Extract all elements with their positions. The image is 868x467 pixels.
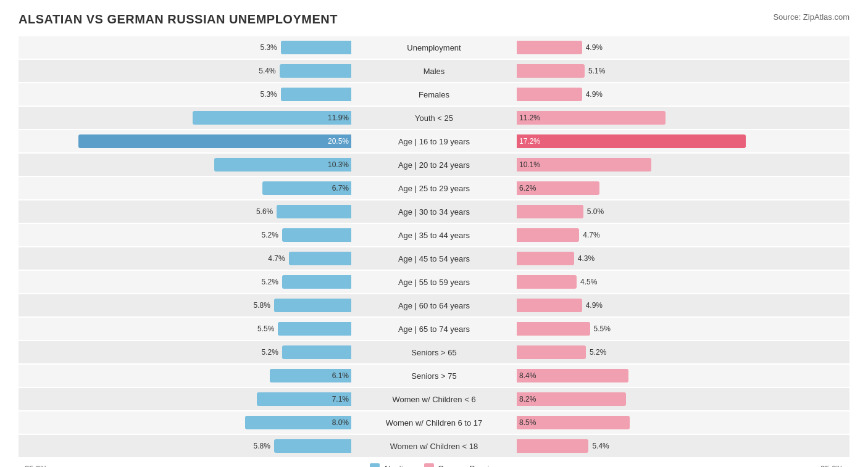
chart-title: ALSATIAN VS GERMAN RUSSIAN UNEMPLOYMENT [19,12,338,27]
right-bar: 8.2% [517,392,626,406]
right-section: 5.5% [514,318,849,340]
chart-row: 5.3% Unemployment 4.9% [19,36,849,59]
row-label: Seniors > 65 [354,348,514,357]
bar-area: 6.7% Age | 25 to 29 years 6.2% [19,177,849,199]
legend-alsatian-box [370,463,380,467]
right-bar: 11.2% [517,111,666,125]
right-bar [517,275,577,289]
right-bar [517,88,582,101]
right-section: 8.2% [514,388,849,410]
right-section: 4.9% [514,83,849,105]
row-label: Women w/ Children < 18 [354,442,514,451]
right-section: 5.0% [514,200,849,223]
chart-row: 5.2% Age | 55 to 59 years 4.5% [19,271,849,293]
left-section: 5.5% [19,318,354,340]
left-value-label: 5.2% [254,278,278,286]
left-value-label: 5.6% [248,207,273,216]
left-bar [281,41,351,54]
left-value-label: 5.4% [251,67,276,75]
left-value-label: 5.5% [249,324,274,333]
chart-row: 20.5% Age | 16 to 19 years 17.2% [19,130,849,152]
bar-area: 5.8% Women w/ Children < 18 5.4% [19,435,849,457]
left-bar-label: 8.0% [332,418,349,427]
row-label: Youth < 25 [354,114,514,123]
row-label: Unemployment [354,43,514,52]
right-bar: 17.2% [517,134,746,148]
right-value-label: 4.3% [578,254,603,263]
right-section: 6.2% [514,177,849,199]
chart-row: 10.3% Age | 20 to 24 years 10.1% [19,154,849,176]
chart-row: 6.1% Seniors > 75 8.4% [19,365,849,387]
right-bar: 6.2% [517,181,599,195]
right-section: 17.2% [514,130,849,152]
bar-area: 6.1% Seniors > 75 8.4% [19,365,849,387]
left-section: 8.0% [19,411,354,434]
row-label: Age | 16 to 19 years [354,137,514,146]
left-bar-label: 7.1% [332,395,349,403]
chart-footer: 25.0% Alsatian German Russian 25.0% [19,463,849,467]
right-bar [517,205,583,218]
left-section: 6.1% [19,365,354,387]
bar-area: 5.6% Age | 30 to 34 years 5.0% [19,200,849,223]
right-bar-label: 8.4% [519,371,536,380]
bar-area: 20.5% Age | 16 to 19 years 17.2% [19,130,849,152]
chart-body: 5.3% Unemployment 4.9% [19,36,849,457]
bar-area: 10.3% Age | 20 to 24 years 10.1% [19,154,849,176]
left-bar: 8.0% [245,416,351,429]
legend: Alsatian German Russian [370,463,498,467]
bar-area: 5.2% Age | 55 to 59 years 4.5% [19,271,849,293]
right-section: 4.3% [514,247,849,270]
row-label: Age | 20 to 24 years [354,160,514,170]
right-bar [517,322,590,336]
right-bar [517,299,582,312]
right-bar-label: 8.5% [519,418,536,427]
chart-row: 5.8% Women w/ Children < 18 5.4% [19,435,849,457]
chart-header: ALSATIAN VS GERMAN RUSSIAN UNEMPLOYMENT … [19,12,849,27]
chart-row: 5.5% Age | 65 to 74 years 5.5% [19,318,849,340]
right-section: 8.4% [514,365,849,387]
left-section: 5.2% [19,341,354,363]
left-value-label: 4.7% [261,254,285,263]
left-section: 10.3% [19,154,354,176]
right-value-label: 4.5% [580,278,605,286]
left-bar-label: 6.1% [332,371,349,380]
left-bar: 6.7% [262,181,351,195]
left-section: 5.8% [19,294,354,316]
right-section: 8.5% [514,411,849,434]
legend-germanrussian: German Russian [424,463,498,467]
right-value-label: 4.9% [586,301,611,310]
right-bar [517,252,574,265]
left-section: 5.4% [19,60,354,82]
left-bar [281,88,351,101]
bar-area: 5.5% Age | 65 to 74 years 5.5% [19,318,849,340]
left-section: 4.7% [19,247,354,270]
chart-row: 5.2% Seniors > 65 5.2% [19,341,849,363]
row-label: Age | 30 to 34 years [354,207,514,217]
right-section: 4.9% [514,294,849,316]
chart-row: 7.1% Women w/ Children < 6 8.2% [19,388,849,410]
legend-alsatian: Alsatian [370,463,412,467]
left-section: 6.7% [19,177,354,199]
right-bar-label: 11.2% [519,114,540,122]
right-value-label: 5.4% [592,442,617,450]
left-bar [282,345,351,359]
chart-source: Source: ZipAtlas.com [773,12,849,22]
legend-germanrussian-label: German Russian [438,464,498,468]
right-value-label: 5.2% [590,348,614,357]
right-bar-label: 6.2% [519,184,536,192]
right-bar-label: 8.2% [519,395,536,403]
row-label: Age | 35 to 44 years [354,231,514,240]
left-bar: 10.3% [214,158,351,172]
left-section: 11.9% [19,107,354,129]
left-section: 5.6% [19,200,354,223]
row-label: Women w/ Children 6 to 17 [354,418,514,428]
left-section: 5.3% [19,36,354,59]
right-value-label: 5.0% [587,207,612,216]
right-value-label: 5.1% [588,67,613,75]
bar-area: 11.9% Youth < 25 11.2% [19,107,849,129]
bar-area: 5.4% Males 5.1% [19,60,849,82]
left-bar-label: 11.9% [328,114,349,122]
chart-row: 8.0% Women w/ Children 6 to 17 8.5% [19,411,849,434]
row-label: Age | 25 to 29 years [354,184,514,193]
left-bar [277,205,351,218]
